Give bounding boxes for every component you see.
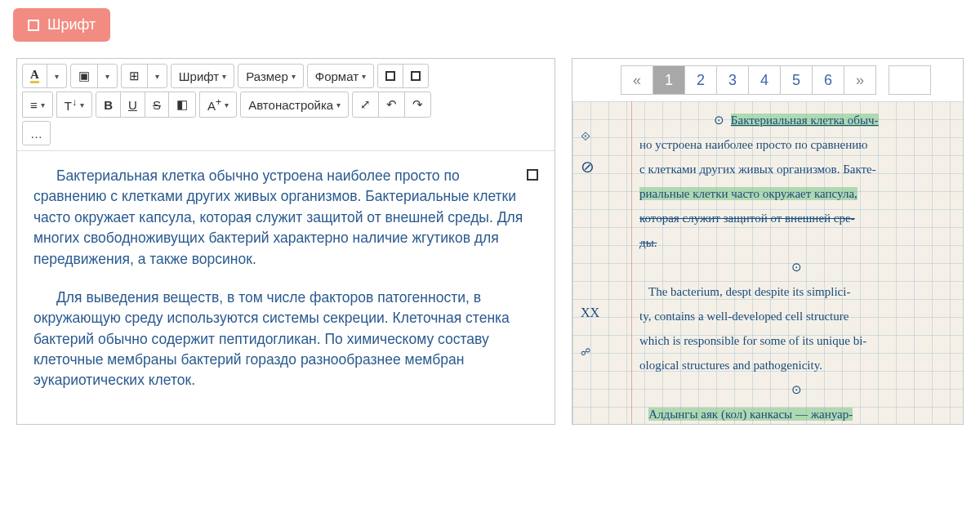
- hand-line-sep1: ⊙: [639, 255, 953, 279]
- main-container: A ▾ ▣ ▾ ⊞ ▾ Шрифт ▾ Размер ▾ Формат ▾: [0, 42, 980, 425]
- chevron-down-icon: ▾: [292, 72, 296, 81]
- table-dropdown[interactable]: ▾: [147, 64, 167, 88]
- checkbox-2-button[interactable]: [403, 64, 429, 88]
- size-label: Размер: [246, 69, 288, 83]
- pager-page-5[interactable]: 5: [780, 65, 813, 95]
- square-icon: [28, 20, 39, 31]
- square-icon: [411, 71, 421, 81]
- chevron-down-icon: ▾: [155, 72, 159, 81]
- strike-icon: S: [153, 98, 161, 112]
- hand-line-2: с клетками других живых организмов. Бакт…: [639, 157, 953, 181]
- highlight-button[interactable]: A: [22, 64, 47, 88]
- font-size-icon: A+: [207, 96, 221, 113]
- size-dropdown[interactable]: Размер ▾: [238, 64, 304, 88]
- pager-page-6[interactable]: 6: [812, 65, 844, 95]
- paragraph-2: Для выведения веществ, в том числе факто…: [33, 288, 538, 391]
- hand-line-7: The bacterium, despt despite its simplic…: [639, 279, 953, 304]
- chevron-down-icon: ▾: [362, 72, 366, 81]
- chevron-down-icon: ▾: [55, 72, 59, 81]
- undo-button[interactable]: ↶: [378, 91, 405, 118]
- pager-prev[interactable]: «: [621, 65, 653, 95]
- hand-line-5: ды.: [639, 230, 953, 255]
- bold-button[interactable]: B: [96, 91, 121, 118]
- strike-button[interactable]: S: [145, 91, 169, 118]
- toolbar: A ▾ ▣ ▾ ⊞ ▾ Шрифт ▾ Размер ▾ Формат ▾: [17, 59, 555, 151]
- dots-icon: …: [30, 127, 42, 141]
- format-label: Формат: [315, 69, 359, 83]
- frame-marker-icon[interactable]: [527, 169, 538, 181]
- redo-button[interactable]: ↷: [404, 91, 431, 118]
- hand-line-8: ty, contains a well-developed cell struc…: [639, 304, 953, 328]
- redo-icon: ↷: [412, 97, 423, 112]
- underline-button[interactable]: U: [120, 91, 145, 118]
- fullscreen-button[interactable]: ⤢: [352, 91, 379, 118]
- hand-line-1: но устроена наиболее просто по сравнению: [639, 132, 953, 157]
- autofit-label: Автонастройка: [248, 98, 333, 112]
- pager-page-3[interactable]: 3: [716, 65, 749, 95]
- hand-line-10: ological structures and pathogenicity.: [639, 353, 953, 377]
- font-dropdown[interactable]: Шрифт ▾: [171, 64, 234, 88]
- toolbar-row-1: A ▾ ▣ ▾ ⊞ ▾ Шрифт ▾ Размер ▾ Формат ▾: [20, 62, 551, 90]
- underline-icon: U: [128, 98, 137, 112]
- editor-content[interactable]: Бактериальная клетка обычно устроена наи…: [17, 151, 555, 424]
- preview-panel: « 1 2 3 4 5 6 » ⟐ ⊘ XX ☍ ⊙ Бактериальная…: [572, 58, 964, 425]
- table-button[interactable]: ⊞: [121, 64, 148, 88]
- font-label: Шрифт: [179, 69, 219, 83]
- pager-page-4[interactable]: 4: [748, 65, 781, 95]
- margin-dot: ☍: [581, 346, 590, 359]
- notebook-page[interactable]: ⟐ ⊘ XX ☍ ⊙ Бактериальная клетка обыч- но…: [572, 101, 963, 424]
- bold-icon: B: [104, 98, 113, 112]
- chevron-down-icon: ▾: [336, 100, 341, 109]
- paragraph-1: Бактериальная клетка обычно устроена наи…: [33, 166, 538, 270]
- square-icon: [385, 71, 395, 81]
- chevron-down-icon: ▾: [225, 100, 229, 109]
- image-icon: ▣: [78, 69, 90, 83]
- toolbar-row-3: …: [20, 119, 551, 147]
- hand-line-sep2: ⊙: [639, 377, 953, 402]
- format-dropdown[interactable]: Формат ▾: [307, 64, 374, 88]
- pager: « 1 2 3 4 5 6 »: [572, 59, 963, 101]
- margin-xx: XX: [581, 306, 599, 320]
- toolbar-row-2: ≡▾ T↓▾ B U S ◧ A+▾ Автонастройка ▾ ⤢ ↶: [20, 90, 551, 119]
- hand-line-0: ⊙ Бактериальная клетка обыч-: [639, 108, 953, 132]
- font-size-button[interactable]: A+▾: [199, 91, 237, 118]
- table-icon: ⊞: [129, 69, 140, 83]
- text-icon: T↓: [65, 96, 77, 113]
- undo-icon: ↶: [386, 97, 397, 112]
- checkbox-1-button[interactable]: [377, 64, 403, 88]
- hand-line-4: которая служит защитой от внешней сре-: [639, 206, 953, 230]
- editor-panel: A ▾ ▣ ▾ ⊞ ▾ Шрифт ▾ Размер ▾ Формат ▾: [16, 58, 555, 425]
- a-icon: A: [30, 69, 39, 83]
- handwritten-text: ⊙ Бактериальная клетка обыч- но устроена…: [639, 108, 953, 424]
- pager-input[interactable]: [889, 65, 931, 95]
- font-button-label: Шрифт: [47, 16, 96, 33]
- margin-scribble-1: ⟐: [581, 126, 590, 145]
- text-transform-button[interactable]: T↓▾: [56, 91, 92, 118]
- margin-line: [631, 101, 632, 424]
- hand-line-3: риальные клетки часто окружает капсула,: [639, 181, 953, 206]
- eraser-button[interactable]: ◧: [168, 91, 196, 118]
- chevron-down-icon: ▾: [222, 72, 226, 81]
- image-dropdown[interactable]: ▾: [97, 64, 118, 88]
- hand-line-9: which is responsible for some of its uni…: [639, 328, 953, 353]
- margin-scribble-2: ⊘: [581, 157, 595, 176]
- align-icon: ≡: [30, 98, 38, 112]
- chevron-down-icon: ▾: [80, 100, 84, 109]
- image-button[interactable]: ▣: [70, 64, 98, 88]
- highlight-dropdown[interactable]: ▾: [47, 64, 67, 88]
- align-button[interactable]: ≡▾: [22, 91, 53, 118]
- chevron-down-icon: ▾: [41, 100, 45, 109]
- hand-line-12: Алдынгы аяк (кол) канкасы — жануар-: [639, 402, 953, 424]
- font-button-top[interactable]: Шрифт: [13, 8, 110, 42]
- autofit-dropdown[interactable]: Автонастройка ▾: [240, 91, 349, 118]
- chevron-down-icon: ▾: [105, 72, 109, 81]
- pager-page-2[interactable]: 2: [684, 65, 717, 95]
- eraser-icon: ◧: [176, 97, 188, 112]
- more-button[interactable]: …: [22, 121, 51, 145]
- pager-next[interactable]: »: [844, 65, 876, 95]
- expand-icon: ⤢: [360, 97, 371, 112]
- pager-page-1[interactable]: 1: [653, 65, 685, 95]
